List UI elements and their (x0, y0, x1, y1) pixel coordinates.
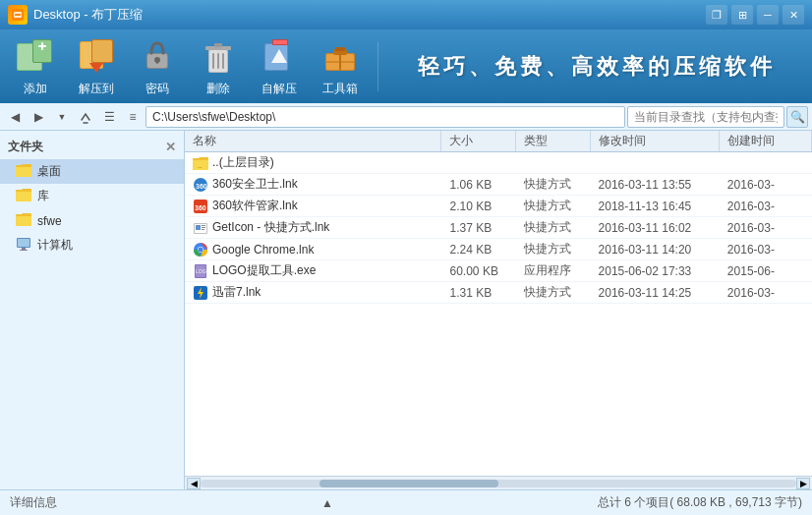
cell-type: 快捷方式 (516, 284, 591, 301)
cell-modified: 2016-03-11 14:20 (591, 243, 720, 257)
title-bar-left: Desktop - 布丁压缩 (8, 5, 143, 25)
scroll-right-button[interactable]: ▶ (796, 478, 810, 489)
toolbox-button[interactable]: 工具箱 (315, 35, 366, 97)
password-icon (137, 35, 178, 77)
add-button[interactable]: 添加 (10, 35, 61, 97)
password-label: 密码 (145, 81, 169, 97)
table-row[interactable]: .. ..(上层目录) (185, 152, 812, 174)
delete-button[interactable]: 删除 (193, 35, 244, 97)
cell-modified: 2015-06-02 17:33 (591, 264, 720, 278)
back-button[interactable]: ◀ (4, 106, 26, 128)
self-extract-button[interactable]: 自解压 (254, 35, 305, 97)
cell-size: 1.37 KB (442, 221, 517, 235)
folder-icon-library (16, 188, 31, 204)
minimize-button[interactable]: ─ (757, 5, 779, 25)
search-button[interactable]: 🔍 (786, 106, 808, 128)
extract-button[interactable]: 解压到 (71, 35, 122, 97)
col-header-type[interactable]: 类型 (516, 131, 591, 151)
svg-rect-8 (41, 42, 43, 50)
table-row[interactable]: 360 360软件管家.lnk 2.10 KB 快捷方式 2018-11-13 … (185, 196, 812, 217)
svg-rect-40 (20, 250, 28, 251)
table-row[interactable]: LOGO LOGO提取工具.exe 60.00 KB 应用程序 2015-06-… (185, 260, 812, 282)
svg-rect-48 (196, 225, 201, 230)
view-list-button[interactable]: ☰ (98, 106, 120, 128)
cell-size: 2.10 KB (442, 200, 517, 213)
col-header-size[interactable]: 大小 (441, 131, 516, 151)
cell-type: 快捷方式 (516, 176, 591, 193)
close-button[interactable]: ✕ (783, 5, 804, 25)
thunder-icon (193, 285, 208, 301)
svg-text:LOGO: LOGO (196, 268, 208, 274)
cell-name: LOGO LOGO提取工具.exe (185, 262, 442, 279)
main-area: 文件夹 ✕ 桌面 库 (0, 131, 812, 489)
cell-modified: 2016-03-11 13:55 (591, 178, 720, 192)
sidebar-title: 文件夹 (8, 139, 43, 155)
file-list-header: 名称 大小 类型 修改时间 创建时间 (185, 131, 812, 152)
geticon-icon (193, 220, 208, 236)
scroll-track[interactable] (201, 480, 796, 487)
forward-button[interactable]: ▶ (28, 106, 49, 128)
status-text: 总计 6 个项目( 68.08 KB , 69,713 字节) (598, 494, 802, 511)
cell-type: 快捷方式 (516, 198, 591, 214)
folder-icon-desktop (16, 163, 31, 180)
cell-type: 应用程序 (516, 262, 591, 279)
self-extract-label: 自解压 (261, 81, 297, 97)
view-detail-button[interactable]: ≡ (122, 106, 144, 128)
svg-rect-17 (156, 60, 158, 64)
table-row[interactable]: 360 360安全卫士.lnk 1.06 KB 快捷方式 2016-03-11 … (185, 174, 812, 196)
toolbox-label: 工具箱 (322, 81, 358, 97)
sidebar-label-sfwe: sfwe (37, 214, 62, 228)
detail-info-label: 详细信息 (10, 494, 57, 511)
tile-button[interactable]: ⊞ (731, 5, 753, 25)
toolbar-separator (377, 42, 378, 91)
status-bar: 详细信息 ▲ 总计 6 个项目( 68.08 KB , 69,713 字节) (0, 489, 812, 515)
up-button[interactable] (75, 106, 96, 128)
cell-name: 迅雷7.lnk (185, 284, 442, 301)
svg-rect-2 (15, 14, 21, 16)
360safe-icon: 360 (193, 177, 208, 193)
restore-button[interactable]: ❐ (706, 5, 727, 25)
horizontal-scrollbar[interactable]: ◀ ▶ (185, 476, 812, 489)
extract-label: 解压到 (79, 81, 114, 97)
sidebar-item-library[interactable]: 库 (0, 184, 184, 208)
svg-rect-33 (335, 47, 345, 51)
svg-rect-38 (18, 239, 29, 247)
table-row[interactable]: 迅雷7.lnk 1.31 KB 快捷方式 2016-03-11 14:25 20… (185, 282, 812, 304)
sidebar-item-desktop[interactable]: 桌面 (0, 159, 184, 184)
table-row[interactable]: GetIcon - 快捷方式.lnk 1.37 KB 快捷方式 2016-03-… (185, 217, 812, 239)
toolbar: 添加 解压到 密码 (0, 29, 812, 103)
chrome-icon (193, 242, 208, 258)
cell-name: 360 360安全卫士.lnk (185, 176, 442, 193)
svg-rect-21 (214, 43, 222, 47)
col-header-modified[interactable]: 修改时间 (591, 131, 720, 151)
sidebar-close-button[interactable]: ✕ (165, 140, 176, 154)
cell-size: 60.00 KB (442, 264, 517, 278)
address-input[interactable] (145, 106, 625, 128)
window-title: Desktop - 布丁压缩 (33, 6, 143, 24)
cell-created: 2016-03- (720, 286, 812, 300)
exe-icon: LOGO (193, 263, 208, 279)
delete-icon (198, 35, 239, 77)
cell-size: 2.24 KB (442, 243, 517, 257)
col-header-created[interactable]: 创建时间 (720, 131, 812, 151)
cell-type: 快捷方式 (516, 219, 591, 236)
nav-dropdown-button[interactable]: ▼ (51, 106, 73, 128)
svg-rect-49 (202, 225, 205, 226)
col-header-name[interactable]: 名称 (185, 131, 441, 151)
status-left: 详细信息 (10, 494, 57, 511)
search-input[interactable] (627, 106, 784, 128)
password-button[interactable]: 密码 (132, 35, 183, 97)
cell-modified: 2016-03-11 14:25 (591, 286, 720, 300)
sidebar-item-computer[interactable]: 计算机 (0, 233, 184, 258)
scroll-thumb[interactable] (319, 480, 498, 487)
folder-icon-sfwe (16, 212, 31, 229)
sidebar-item-sfwe[interactable]: sfwe (0, 208, 184, 233)
computer-icon (16, 237, 31, 254)
cell-name: Google Chrome.lnk (185, 242, 442, 258)
svg-text:360: 360 (195, 204, 206, 211)
delete-label: 删除 (206, 81, 230, 97)
table-row[interactable]: Google Chrome.lnk 2.24 KB 快捷方式 2016-03-1… (185, 239, 812, 260)
scroll-left-button[interactable]: ◀ (187, 478, 201, 489)
expand-button[interactable]: ▲ (321, 496, 333, 510)
svg-rect-39 (22, 248, 26, 250)
